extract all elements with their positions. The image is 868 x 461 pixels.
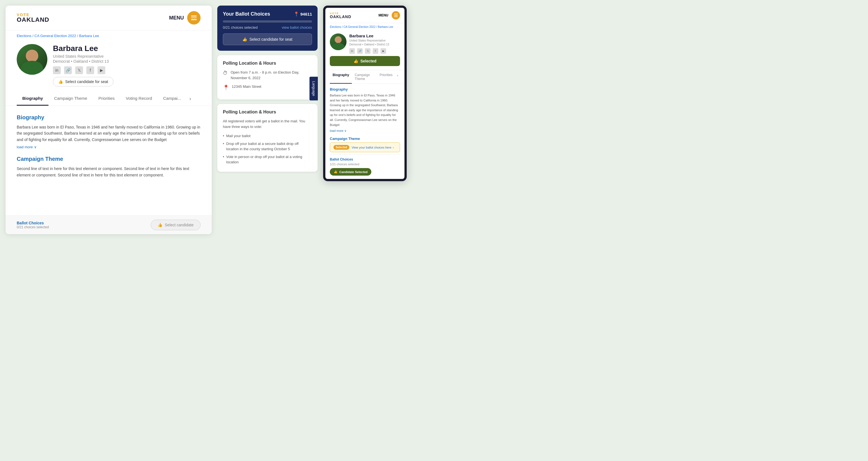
polling-card-2: Polling Location & Hours All registered … bbox=[217, 104, 317, 172]
polling-option-3: Vote in person or drop off your ballot a… bbox=[223, 153, 312, 166]
tabs-more-icon[interactable]: › bbox=[187, 92, 194, 106]
breadcrumb-candidate[interactable]: Barbara Lee bbox=[79, 34, 99, 38]
mobile-menu-button[interactable] bbox=[392, 11, 400, 20]
view-ballot-choices-link[interactable]: view ballot choices bbox=[282, 25, 312, 30]
thumbs-up-icon: 👍 bbox=[58, 80, 63, 84]
mobile-linkedin-icon[interactable]: in bbox=[349, 48, 355, 54]
desktop-header: VOTE OAKLAND MENU bbox=[6, 6, 212, 30]
candidate-avatar bbox=[17, 44, 48, 75]
mobile-candidate-avatar bbox=[330, 33, 346, 50]
mobile-menu-area: MENU bbox=[378, 11, 400, 20]
link-icon[interactable]: 🔗 bbox=[64, 66, 72, 74]
clock-icon: ⏱ bbox=[223, 70, 228, 81]
mobile-selected-button[interactable]: 👍 Selected bbox=[330, 56, 400, 66]
mobile-tab-campaign-theme[interactable]: Campaign Theme bbox=[352, 70, 377, 84]
linkedin-icon[interactable]: in bbox=[53, 66, 61, 74]
mobile-candidate-selected-button[interactable]: 👍 Candidate Selected bbox=[330, 168, 371, 176]
campaign-theme-section-title: Campaign Theme bbox=[17, 156, 200, 162]
menu-line-1 bbox=[191, 16, 197, 17]
mobile-facebook-icon[interactable]: f bbox=[373, 48, 378, 54]
ballot-choices-title: Ballot Choices bbox=[17, 221, 49, 225]
mobile-menu-line-2 bbox=[394, 15, 398, 16]
logo-oakland: OAKLAND bbox=[17, 17, 49, 23]
mobile-panel: VOTE OAKLAND MENU Elections / CA General… bbox=[323, 6, 407, 181]
polling-address-text: 12345 Main Street bbox=[232, 84, 261, 91]
mobile-arrow-icon: › bbox=[393, 146, 394, 149]
zip-code: 📍 94611 bbox=[293, 11, 312, 17]
choices-count: 0/21 choices selected bbox=[223, 25, 258, 30]
mobile-social-icons: in 🔗 𝕏 f ▶ bbox=[349, 48, 389, 54]
mobile-load-more[interactable]: load more ∨ bbox=[330, 129, 400, 133]
ballot-card-header: Your Ballot Choices 📍 94611 bbox=[223, 11, 312, 17]
breadcrumb-elections[interactable]: Elections bbox=[17, 34, 31, 38]
mobile-ballot-choices-title: Ballot Choices bbox=[330, 157, 400, 162]
bottom-left: Ballot Choices 0/21 choices selected bbox=[17, 221, 49, 229]
polling-option-1: Mail your ballot bbox=[223, 132, 312, 140]
candidate-party-location: Democrat • Oakland • District 13 bbox=[53, 59, 200, 63]
select-candidate-btn-label: Select candidate bbox=[165, 223, 194, 227]
location-icon: 📍 bbox=[293, 11, 299, 17]
middle-panel: Your Ballot Choices 📍 94611 0/21 choices… bbox=[217, 6, 317, 172]
mobile-menu-line-3 bbox=[394, 17, 398, 17]
progress-bar bbox=[223, 20, 312, 23]
mobile-ballot-choices: Ballot Choices 1/21 choices selected 👍 C… bbox=[330, 154, 400, 176]
mobile-tab-priorities[interactable]: Priorities bbox=[377, 70, 396, 84]
mobile-thumbs-up-icon: 👍 bbox=[353, 59, 358, 63]
facebook-icon[interactable]: f bbox=[86, 66, 94, 74]
tab-voting-record[interactable]: Voting Record bbox=[120, 92, 158, 106]
candidate-title: United States Representative bbox=[53, 54, 200, 59]
mobile-youtube-icon[interactable]: ▶ bbox=[380, 48, 386, 54]
biography-text: Barbara Lee was born in El Paso, Texas i… bbox=[17, 124, 200, 143]
select-seat-btn-label: Select candidate for seat bbox=[249, 37, 292, 41]
mobile-selected-badge: Selected bbox=[334, 145, 349, 150]
mobile-ballot-choices-count: 1/21 choices selected bbox=[330, 163, 400, 166]
thumbs-up-icon-seat: 👍 bbox=[242, 37, 247, 41]
youtube-icon[interactable]: ▶ bbox=[97, 66, 105, 74]
menu-label: MENU bbox=[169, 15, 184, 21]
polling-options-list: Mail your ballot Drop off your ballot at… bbox=[223, 132, 312, 166]
mobile-selected-label: Selected bbox=[361, 59, 377, 63]
mobile-twitter-icon[interactable]: 𝕏 bbox=[365, 48, 371, 54]
breadcrumb-election[interactable]: CA General Election 2022 bbox=[35, 34, 76, 38]
bottom-bar: Ballot Choices 0/21 choices selected 👍 S… bbox=[6, 215, 212, 234]
mobile-header: VOTE OAKLAND MENU bbox=[326, 8, 404, 23]
select-candidate-seat-button[interactable]: 👍 Select candidate for seat bbox=[53, 77, 113, 86]
ballot-choices-count: 0/21 choices selected bbox=[17, 225, 49, 229]
mobile-logo: VOTE OAKLAND bbox=[330, 12, 351, 19]
mobile-link-icon[interactable]: 🔗 bbox=[357, 48, 363, 54]
mobile-menu-line-1 bbox=[394, 13, 398, 14]
biography-section-title: Biography bbox=[17, 114, 200, 121]
mobile-tabs-more-icon[interactable]: › bbox=[395, 70, 400, 84]
tab-biography[interactable]: Biography bbox=[17, 92, 49, 106]
ballot-card-title: Your Ballot Choices bbox=[223, 11, 270, 17]
mobile-load-more-label: load more bbox=[330, 129, 343, 133]
desktop-panel: VOTE OAKLAND MENU Elections / CA General… bbox=[6, 6, 212, 234]
mobile-view-ballot-link[interactable]: View your ballot choices here › bbox=[351, 146, 394, 149]
load-more-button[interactable]: load more ∨ bbox=[17, 145, 200, 149]
twitter-icon[interactable]: 𝕏 bbox=[75, 66, 83, 74]
mobile-candidate-section: Barbara Lee United States Representative… bbox=[326, 31, 404, 70]
mobile-biography-title: Biography bbox=[330, 87, 400, 91]
mobile-candidate-party: Democrat • Oakland • District 13 bbox=[349, 42, 389, 47]
thumbs-up-icon-bottom: 👍 bbox=[158, 223, 162, 227]
mobile-content: Biography Barbara Lee was born in El Pas… bbox=[326, 84, 404, 179]
breadcrumb-sep1: / bbox=[32, 34, 34, 38]
language-tab[interactable]: Language bbox=[309, 77, 318, 100]
mobile-tab-biography[interactable]: Biography bbox=[330, 70, 352, 84]
candidate-header: Barbara Lee United States Representative… bbox=[6, 41, 212, 92]
menu-button[interactable] bbox=[187, 11, 200, 25]
breadcrumb: Elections / CA General Election 2022 / B… bbox=[6, 30, 212, 41]
select-seat-button[interactable]: 👍 Select candidate for seat bbox=[223, 33, 312, 45]
mobile-campaign-theme-title: Campaign Theme bbox=[330, 137, 400, 141]
select-candidate-bottom-button[interactable]: 👍 Select candidate bbox=[151, 220, 200, 230]
candidate-info: Barbara Lee United States Representative… bbox=[53, 44, 200, 86]
tab-campaigns[interactable]: Campai... bbox=[158, 92, 187, 106]
tab-priorities[interactable]: Priorities bbox=[93, 92, 120, 106]
logo: VOTE OAKLAND bbox=[17, 13, 49, 23]
mobile-menu-label: MENU bbox=[378, 13, 388, 17]
mobile-breadcrumb: Elections / CA General Election 2022 / B… bbox=[326, 23, 404, 31]
chevron-down-icon: ∨ bbox=[34, 145, 37, 149]
polling-card-1: Polling Location & Hours ⏱ Open from 7 a… bbox=[217, 55, 317, 99]
tab-campaign-theme[interactable]: Campaign Theme bbox=[49, 92, 93, 106]
mobile-logo-oakland: OAKLAND bbox=[330, 15, 351, 19]
